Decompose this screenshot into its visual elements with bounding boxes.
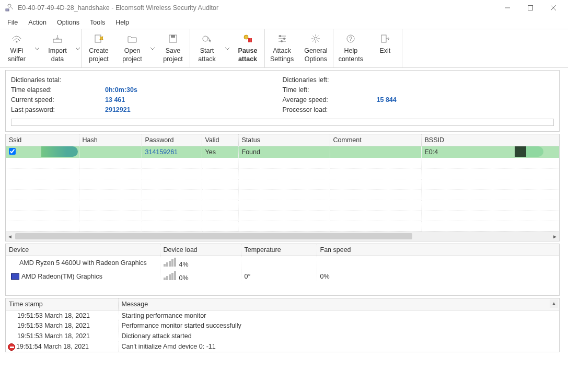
avg-speed-label: Average speed: [283,96,377,103]
device-temp-1: 0° [241,270,317,283]
menu-file[interactable]: File [2,16,23,29]
svg-rect-7 [53,39,62,42]
new-icon [94,32,104,45]
cell-password: 314159261 [142,146,202,158]
log-col-msg[interactable]: Message [118,298,559,310]
open-icon [127,32,137,45]
svg-point-11 [203,36,208,41]
pause-attack-button[interactable]: Pause attack [231,29,264,67]
device-row[interactable]: AMD Radeon(TM) Graphics 0% 0° 0% [6,270,559,283]
device-load-1: 0% [179,274,189,282]
log-row[interactable]: 19:51:53 March 18, 2021Dictionary attack… [6,331,559,341]
table-row[interactable]: 314159261 Yes Found E0:4 [6,146,559,158]
attack-settings-button[interactable]: Attack Settings [265,29,299,67]
open-project-dropdown[interactable] [149,29,156,67]
start-icon [201,32,213,45]
app-icon [5,3,14,13]
col-ssid[interactable]: Ssid [6,134,79,146]
svg-rect-13 [248,38,250,42]
exit-icon [380,32,390,45]
svg-rect-10 [171,35,175,38]
save-icon [168,32,178,45]
attack-settings-label: Attack Settings [270,47,294,63]
save-project-button[interactable]: Save project [156,29,190,67]
log-scroll-up[interactable]: ▲ [550,299,558,308]
help-contents-button[interactable]: ? Help contents [333,29,368,67]
device-fan-1: 0% [317,270,559,283]
dev-col-fan[interactable]: Fan speed [317,244,559,256]
log-ts-2: 19:51:53 March 18, 2021 [6,331,118,341]
row-checkbox[interactable] [9,148,16,155]
bssid-redacted [515,146,543,157]
close-button[interactable] [542,1,565,15]
proc-load-label: Processor load: [283,106,377,113]
dict-left-label: Dictionaries left: [283,76,377,84]
col-comment[interactable]: Comment [330,134,421,146]
col-valid[interactable]: Valid [202,134,238,146]
minimize-button[interactable] [496,1,519,15]
menu-options[interactable]: Options [52,16,85,29]
device-name-1: AMD Radeon(TM) Graphics [21,273,102,280]
pause-attack-label: Pause attack [238,47,258,63]
device-temp-0 [241,256,317,270]
log-ts-3: 19:51:54 March 18, 2021 [16,343,89,350]
col-password[interactable]: Password [142,134,202,146]
col-bssid[interactable]: BSSID [421,134,559,146]
svg-rect-21 [381,35,386,42]
dev-col-device[interactable]: Device [6,244,160,256]
start-attack-button[interactable]: Start attack [190,29,224,67]
device-row[interactable]: AMD Ryzen 5 4600U with Radeon Graphics 4… [6,256,559,270]
svg-point-15 [279,35,281,37]
time-elapsed-value: 0h:0m:30s [105,86,137,94]
device-load-0: 4% [179,261,189,268]
log-row[interactable]: 19:51:54 March 18, 2021Can't initialize … [6,341,559,352]
wifi-sniffer-dropdown[interactable] [33,29,41,67]
general-options-button[interactable]: General Options [299,29,332,67]
create-project-label: Create project [89,47,109,63]
col-hash[interactable]: Hash [79,134,142,146]
import-data-button[interactable]: Import data [41,29,74,67]
gpu-icon [11,273,19,280]
last-password-value: 2912921 [105,106,131,113]
svg-rect-14 [250,38,252,42]
error-icon [8,343,15,351]
svg-rect-1 [6,9,9,11]
current-speed-value: 13 461 [105,96,125,103]
log-msg-0: Starting performance monitor [118,310,559,320]
menu-bar: File Action Options Tools Help [0,16,568,29]
import-data-dropdown[interactable] [74,29,82,67]
dev-col-temp[interactable]: Temperature [241,244,317,256]
wifi-sniffer-button[interactable]: WiFi sniffer [0,29,33,67]
log-col-ts[interactable]: Time stamp [6,298,118,310]
last-password-label: Last password: [11,106,105,113]
devices-panel: Device Device load Temperature Fan speed… [5,244,560,296]
svg-point-6 [16,41,18,43]
svg-text:?: ? [349,36,352,42]
dev-col-load[interactable]: Device load [160,244,241,256]
log-row[interactable]: 19:51:53 March 18, 2021Performance monit… [6,320,559,331]
horizontal-scrollbar[interactable]: ◄ ► [6,232,559,241]
menu-help[interactable]: Help [110,16,134,29]
import-icon [52,32,63,45]
start-attack-dropdown[interactable] [224,29,231,67]
menu-tools[interactable]: Tools [85,16,110,29]
log-ts-1: 19:51:53 March 18, 2021 [6,320,118,331]
open-project-button[interactable]: Open project [115,29,149,67]
svg-point-16 [283,38,285,40]
wifi-icon [11,32,22,45]
device-name-0: AMD Ryzen 5 4600U with Radeon Graphics [19,259,147,267]
menu-action[interactable]: Action [23,16,52,29]
col-status[interactable]: Status [238,134,330,146]
dict-total-label: Dictionaries total: [11,76,105,84]
log-row[interactable]: 19:51:53 March 18, 2021Starting performa… [6,310,559,320]
log-msg-2: Dictionary attack started [118,331,559,341]
svg-point-18 [314,37,317,40]
stats-panel: Dictionaries total: Time elapsed:0h:0m:3… [5,70,560,132]
gauge-icon [164,258,176,267]
exit-button[interactable]: Exit [368,29,402,67]
current-speed-label: Current speed: [11,96,105,103]
help-contents-label: Help contents [339,47,363,63]
create-project-button[interactable]: Create project [82,29,115,67]
maximize-button[interactable] [519,1,542,15]
ssid-redacted [41,146,78,157]
